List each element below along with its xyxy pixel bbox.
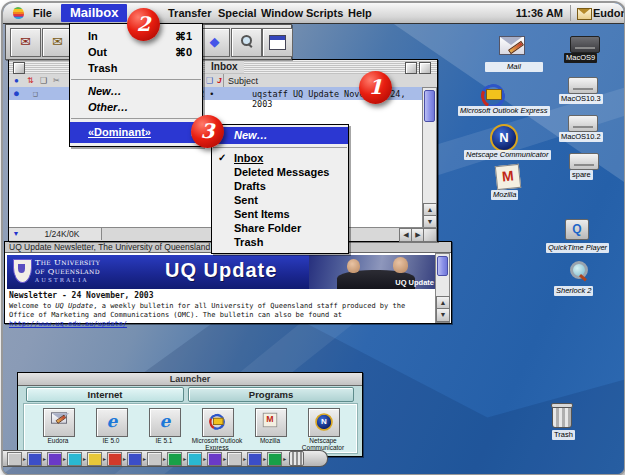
desktop-icon-macos102[interactable] xyxy=(568,115,598,132)
menu-special[interactable]: Special xyxy=(218,7,257,19)
status-column-icon[interactable]: ● xyxy=(14,76,19,85)
submenu-item-sent-items[interactable]: Sent Items xyxy=(212,207,348,221)
control-strip-module-keychain[interactable] xyxy=(87,452,102,466)
netscape-icon: N xyxy=(490,124,518,152)
desktop-label-macos102[interactable]: MacOS10.2 xyxy=(559,132,603,142)
launcher-button-ie51[interactable]: e xyxy=(149,408,181,437)
control-strip-handle[interactable] xyxy=(289,451,304,466)
desktop-label-outlook-express[interactable]: Microsoft Outlook Express xyxy=(458,106,550,116)
desktop-label-spare[interactable]: spare xyxy=(570,170,593,180)
desktop-icon-trash[interactable] xyxy=(552,406,572,428)
collapse-box[interactable] xyxy=(419,62,431,74)
control-strip-module-energy[interactable] xyxy=(167,452,182,466)
grow-box[interactable] xyxy=(423,228,437,242)
server-status-column-icon[interactable]: ❑ xyxy=(206,76,213,85)
menu-window[interactable]: Window xyxy=(261,7,303,19)
label-column-icon[interactable]: ✂ xyxy=(53,76,60,85)
org-line: AUSTRALIA xyxy=(35,276,100,285)
menu-help[interactable]: Help xyxy=(348,7,372,19)
launcher-button-ie50[interactable]: e xyxy=(96,408,128,437)
control-strip-module-sound-volume[interactable] xyxy=(227,452,242,466)
desktop-icon-mail[interactable] xyxy=(499,36,525,55)
desktop-icon-quicktime[interactable]: Q xyxy=(565,219,589,240)
subject-column-header[interactable]: Subject xyxy=(228,76,258,86)
desktop-label-mail[interactable]: Mail xyxy=(485,62,543,72)
menu-transfer[interactable]: Transfer xyxy=(168,7,211,19)
zoom-box[interactable] xyxy=(405,62,417,74)
menu-item-new[interactable]: New… xyxy=(70,83,202,99)
menu-item-out[interactable]: Out⌘0 xyxy=(70,44,202,60)
control-strip-module-location[interactable] xyxy=(207,452,222,466)
control-strip-module-file-sharing[interactable] xyxy=(67,452,82,466)
launcher-tab-internet[interactable]: Internet xyxy=(26,387,184,402)
menu-bar-clock[interactable]: 11:36 AM xyxy=(511,7,563,19)
junk-column-icon[interactable]: J xyxy=(217,76,221,85)
menu-separator xyxy=(71,118,201,119)
control-strip-module-web-sharing[interactable] xyxy=(267,452,282,466)
launcher-button-netscape[interactable]: N xyxy=(308,408,340,437)
submenu-item-trash[interactable]: Trash xyxy=(212,235,348,249)
desktop-label-trash[interactable]: Trash xyxy=(552,430,575,440)
inbox-scroll-thumb[interactable] xyxy=(424,90,435,122)
control-strip-module-desktop-pattern[interactable] xyxy=(7,452,22,466)
desktop-icon-spare[interactable] xyxy=(569,153,599,170)
module-arrow-icon: ▸ xyxy=(263,455,266,462)
menu-item-other[interactable]: Other… xyxy=(70,99,202,115)
submenu-item-sent[interactable]: Sent xyxy=(212,193,348,207)
scroll-down-button[interactable]: ▼ xyxy=(436,308,450,322)
desktop-icon-sherlock[interactable] xyxy=(567,260,589,282)
control-strip-module-appletalk[interactable] xyxy=(47,452,62,466)
desktop-icon-outlook-express[interactable] xyxy=(480,83,504,103)
mailbox-size-status: 1/24K/0K xyxy=(23,228,102,240)
module-arrow-icon: ▸ xyxy=(43,455,46,462)
control-strip-module-color-depth[interactable] xyxy=(147,452,162,466)
menu-mailbox-open[interactable]: Mailbox xyxy=(61,4,127,22)
desktop-label-sherlock[interactable]: Sherlock 2 xyxy=(554,286,593,296)
inbox-vscrollbar[interactable]: ▲ ▼ xyxy=(422,87,437,230)
desktop-icon-macos9[interactable] xyxy=(570,36,600,53)
mailbox-size-dropdown[interactable]: ▼ xyxy=(9,228,24,240)
submenu-item-deleted-messages[interactable]: Deleted Messages xyxy=(212,165,348,179)
priority-column-icon[interactable]: ⇅ xyxy=(27,76,34,85)
control-strip[interactable]: ▸ ▸ ▸ ▸ ▸ ▸ ▸ ▸ ▸ ▸ ▸ ▸ ▸ ▸ xyxy=(3,450,328,467)
control-strip-module-video[interactable] xyxy=(127,452,142,466)
desktop-label-macos9[interactable]: MacOS9 xyxy=(564,53,597,63)
submenu-item-share-folder[interactable]: Share Folder xyxy=(212,221,348,235)
date-button[interactable] xyxy=(262,28,293,57)
application-menu-name[interactable]: Eudora xyxy=(593,7,625,19)
delete-mail-button[interactable]: ✉ xyxy=(10,28,41,57)
attachment-column-icon[interactable]: ❑ xyxy=(40,76,47,85)
submenu-item-inbox[interactable]: ✓Inbox xyxy=(212,151,348,165)
application-menu-icon[interactable] xyxy=(577,8,592,20)
control-strip-module-printer[interactable] xyxy=(107,452,122,466)
menu-file[interactable]: File xyxy=(33,7,52,19)
launcher-button-eudora[interactable] xyxy=(43,408,75,437)
launcher-button-mozilla[interactable]: M xyxy=(255,408,287,437)
desktop-label-mozilla[interactable]: Mozilla xyxy=(491,190,518,200)
menu-scripts[interactable]: Scripts xyxy=(306,7,343,19)
desktop-icon-macos103[interactable] xyxy=(568,77,598,94)
launcher-button-outlook-express[interactable] xyxy=(202,408,234,437)
launcher-titlebar[interactable]: Launcher xyxy=(18,373,362,386)
address-book-button[interactable]: ◆ xyxy=(199,28,230,57)
control-strip-module-quicktime[interactable] xyxy=(187,452,202,466)
newsletter-link[interactable]: http://www.uq.edu.au/update/ xyxy=(9,320,127,328)
message-vscrollbar[interactable]: ▲ ▼ xyxy=(435,253,450,323)
message-scroll-thumb[interactable] xyxy=(437,256,448,276)
desktop-label-macos103[interactable]: MacOS10.3 xyxy=(559,94,603,104)
eudora-icon xyxy=(51,412,67,423)
menu-item-trash[interactable]: Trash xyxy=(70,60,202,76)
desktop-icon-netscape[interactable]: N xyxy=(490,124,518,152)
submenu-item-drafts[interactable]: Drafts xyxy=(212,179,348,193)
desktop-label-quicktime[interactable]: QuickTime Player xyxy=(546,243,609,253)
apple-menu-icon[interactable] xyxy=(13,7,24,19)
launcher-tab-programs[interactable]: Programs xyxy=(188,387,354,402)
control-strip-module-sound-input[interactable] xyxy=(247,452,262,466)
desktop-label-netscape[interactable]: Netscape Communicator xyxy=(464,150,551,160)
find-button[interactable] xyxy=(231,28,262,57)
desktop-icon-mozilla[interactable]: M xyxy=(496,165,520,189)
control-strip-module-resolution[interactable] xyxy=(27,452,42,466)
close-box[interactable] xyxy=(13,62,25,74)
submenu-item-new[interactable]: New… xyxy=(212,127,348,144)
menu-item-dominant[interactable]: «Dominant»▶ xyxy=(70,122,202,143)
